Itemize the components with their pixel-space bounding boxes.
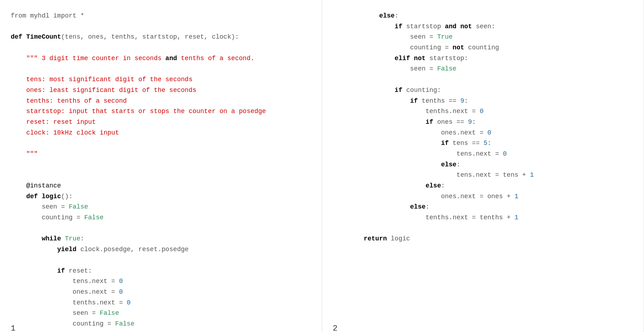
code-line: """ 3 digit time counter in seconds and … [11, 53, 311, 64]
code-token: seen = [11, 203, 69, 210]
code-token: elif [394, 55, 414, 62]
code-line: else: [333, 202, 633, 213]
code-line: if startstop and not seen: [333, 21, 633, 32]
code-token: seen = [11, 309, 100, 317]
code-token: def [11, 33, 26, 40]
code-token: : [80, 235, 84, 242]
code-line: seen = False [333, 64, 633, 74]
code-line: if tenths == 9: [333, 96, 633, 107]
code-token: : [441, 182, 445, 189]
code-line [333, 223, 633, 234]
code-token: not [414, 55, 429, 62]
code-token: counting: [406, 87, 441, 94]
code-token: (tens, ones, tenths, startstop, reset, c… [61, 33, 239, 40]
code-token: counting = [11, 214, 84, 221]
code-line: @instance [11, 181, 311, 191]
code-token: tenths: tenths of a second [11, 97, 127, 104]
code-token: else [426, 182, 441, 189]
code-token: tens.next = [333, 150, 503, 157]
code-token [11, 235, 42, 242]
code-token: : [394, 12, 398, 19]
code-token: seen = [333, 65, 437, 72]
code-line: seen = False [11, 202, 311, 213]
code-token: tens.next = [11, 278, 119, 285]
code-line: seen = False [11, 308, 311, 319]
code-line: tens.next = 0 [11, 276, 311, 287]
code-line [11, 255, 311, 266]
code-line: tenths.next = 0 [11, 298, 311, 308]
code-token: True [437, 33, 452, 40]
code-token: if [57, 267, 69, 274]
code-token [333, 203, 410, 210]
code-token: 1 [530, 171, 534, 179]
code-token: 9 [468, 118, 472, 126]
code-token: tenths == [422, 97, 460, 104]
code-line [11, 138, 311, 149]
code-line: """ [11, 149, 311, 160]
code-token: else [379, 12, 394, 19]
code-token: ones.next = ones + [333, 193, 515, 200]
code-token: if [441, 140, 452, 147]
code-line: from myhdl import * [11, 11, 311, 21]
code-token: tenths.next = [333, 108, 480, 115]
code-token: tens.next = tens + [333, 171, 530, 179]
code-token: ones.next = [333, 129, 488, 136]
code-line [11, 170, 311, 181]
code-token: logic [42, 193, 61, 200]
code-token: 0 [127, 299, 131, 306]
code-token [333, 118, 426, 126]
code-token: counting = [333, 44, 453, 51]
code-line: tenths: tenths of a second [11, 96, 311, 107]
code-token: logic [391, 235, 410, 242]
code-line: if ones == 9: [333, 117, 633, 128]
code-token: 0 [503, 150, 507, 157]
code-token: yield [57, 246, 81, 253]
code-token: and [445, 23, 460, 30]
code-line: else: [333, 181, 633, 191]
code-line: clock: 10kHz clock input [11, 128, 311, 138]
code-line [11, 43, 311, 53]
code-token: counting = [11, 320, 115, 327]
code-token: if [394, 87, 406, 94]
code-line: def TimeCount(tens, ones, tenths, starts… [11, 32, 311, 43]
code-token: : [472, 118, 476, 126]
code-token: ones.next = [11, 288, 119, 296]
code-line: seen = True [333, 32, 633, 43]
code-token: not [460, 23, 476, 30]
code-token: seen: [476, 23, 495, 30]
code-token: (): [61, 193, 72, 200]
code-token: False [69, 203, 88, 210]
code-token: if [410, 97, 422, 104]
code-token: False [84, 214, 103, 221]
code-token: and [165, 55, 177, 62]
code-token: else [410, 203, 426, 210]
code-line [333, 74, 633, 85]
code-token: tenths.next = tenths + [333, 214, 515, 221]
code-line [11, 64, 311, 74]
code-token [333, 87, 395, 94]
code-token [11, 246, 57, 253]
code-token: False [437, 65, 456, 72]
code-token: : [456, 161, 460, 168]
code-token [333, 161, 441, 168]
code-block-1: from myhdl import * def TimeCount(tens, … [11, 11, 311, 329]
code-line: while True: [11, 234, 311, 244]
code-token: reset: [69, 267, 92, 274]
code-token [333, 235, 364, 242]
code-token: 1 [514, 193, 518, 200]
code-line [11, 223, 311, 234]
code-token: else [441, 161, 456, 168]
code-token: False [115, 320, 135, 327]
code-line: tenths.next = tenths + 1 [333, 213, 633, 223]
code-token: 0 [119, 278, 123, 285]
code-line: ones.next = 0 [333, 128, 633, 138]
code-token: tenths.next = [11, 299, 127, 306]
code-line: else: [333, 160, 633, 170]
code-token: TimeCount [26, 33, 61, 40]
code-token: not [452, 44, 468, 51]
code-token: 5 [484, 140, 488, 147]
code-token: clock.posedge, reset.posedge [80, 246, 188, 253]
code-token: 0 [119, 288, 123, 296]
code-token: """ 3 digit time counter in seconds [11, 55, 165, 62]
code-token: @instance [11, 182, 61, 189]
